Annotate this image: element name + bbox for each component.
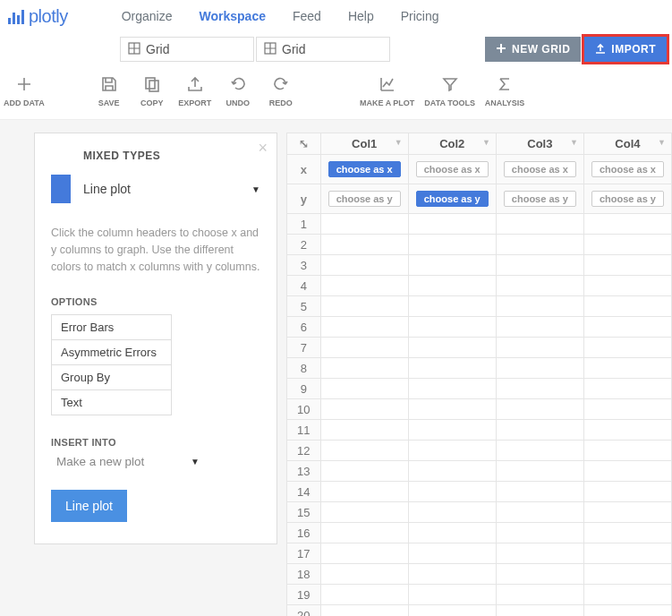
grid-cell[interactable] bbox=[320, 379, 408, 399]
brand-logo[interactable]: plotly bbox=[7, 6, 68, 27]
grid-cell[interactable] bbox=[583, 564, 671, 585]
plot-type-select[interactable]: Line plot ▼ bbox=[51, 175, 260, 203]
grid-cell[interactable] bbox=[496, 543, 583, 564]
grid-cell[interactable] bbox=[583, 317, 671, 338]
grid-cell[interactable] bbox=[496, 461, 583, 482]
grid-cell[interactable] bbox=[320, 276, 408, 296]
grid-cell[interactable] bbox=[583, 255, 671, 276]
nav-workspace[interactable]: Workspace bbox=[200, 9, 266, 23]
grid-cell[interactable] bbox=[496, 564, 583, 585]
data-tools-button[interactable]: DATA TOOLS bbox=[419, 70, 481, 107]
copy-button[interactable]: COPY bbox=[131, 70, 174, 107]
grid-cell[interactable] bbox=[496, 358, 583, 379]
column-header[interactable]: Col2▼ bbox=[408, 133, 496, 155]
grid-cell[interactable] bbox=[320, 338, 408, 358]
option-text[interactable]: Text bbox=[52, 390, 171, 415]
grid-cell[interactable] bbox=[583, 461, 671, 482]
grid-cell[interactable] bbox=[408, 276, 496, 296]
row-number[interactable]: 12 bbox=[287, 441, 321, 461]
row-number[interactable]: 10 bbox=[287, 399, 321, 420]
row-number[interactable]: 16 bbox=[287, 523, 321, 543]
row-number[interactable]: 7 bbox=[287, 338, 321, 358]
new-grid-button[interactable]: NEW GRID bbox=[485, 37, 581, 62]
row-number[interactable]: 15 bbox=[287, 502, 321, 523]
row-number[interactable]: 9 bbox=[287, 379, 321, 399]
row-number[interactable]: 5 bbox=[287, 296, 321, 317]
grid-cell[interactable] bbox=[408, 214, 496, 235]
grid-cell[interactable] bbox=[320, 358, 408, 379]
grid-cell[interactable] bbox=[408, 585, 496, 605]
grid-cell[interactable] bbox=[583, 482, 671, 502]
grid-cell[interactable] bbox=[408, 482, 496, 502]
grid-cell[interactable] bbox=[496, 585, 583, 605]
grid-cell[interactable] bbox=[320, 317, 408, 338]
grid-cell[interactable] bbox=[408, 399, 496, 420]
choose-x-button[interactable]: choose as x bbox=[591, 161, 664, 177]
grid-cell[interactable] bbox=[320, 214, 408, 235]
nav-help[interactable]: Help bbox=[348, 9, 374, 23]
grid-cell[interactable] bbox=[583, 605, 671, 617]
grid-cell[interactable] bbox=[320, 585, 408, 605]
grid-cell[interactable] bbox=[583, 358, 671, 379]
grid-cell[interactable] bbox=[408, 296, 496, 317]
grid-cell[interactable] bbox=[496, 235, 583, 255]
grid-cell[interactable] bbox=[408, 420, 496, 441]
grid-cell[interactable] bbox=[320, 543, 408, 564]
grid-cell[interactable] bbox=[496, 399, 583, 420]
grid-corner[interactable]: ⤡ bbox=[287, 133, 321, 155]
row-number[interactable]: 13 bbox=[287, 461, 321, 482]
choose-x-button[interactable]: choose as x bbox=[504, 161, 576, 177]
grid-cell[interactable] bbox=[496, 482, 583, 502]
grid-cell[interactable] bbox=[320, 482, 408, 502]
grid-cell[interactable] bbox=[408, 523, 496, 543]
grid-cell[interactable] bbox=[496, 523, 583, 543]
grid-cell[interactable] bbox=[583, 214, 671, 235]
insert-into-select[interactable]: Make a new plot ▼ bbox=[56, 455, 200, 468]
grid-cell[interactable] bbox=[496, 317, 583, 338]
grid-cell[interactable] bbox=[583, 379, 671, 399]
add-data-button[interactable]: ADD DATA bbox=[0, 70, 48, 107]
redo-button[interactable]: REDO bbox=[259, 70, 302, 107]
grid-cell[interactable] bbox=[496, 379, 583, 399]
row-number[interactable]: 19 bbox=[287, 585, 321, 605]
grid-cell[interactable] bbox=[408, 255, 496, 276]
choose-y-button[interactable]: choose as y bbox=[591, 191, 664, 207]
grid-cell[interactable] bbox=[496, 276, 583, 296]
grid-cell[interactable] bbox=[320, 461, 408, 482]
nav-pricing[interactable]: Pricing bbox=[401, 9, 439, 23]
row-number[interactable]: 8 bbox=[287, 358, 321, 379]
row-number[interactable]: 3 bbox=[287, 255, 321, 276]
nav-feed[interactable]: Feed bbox=[293, 9, 321, 23]
grid-cell[interactable] bbox=[583, 235, 671, 255]
grid-cell[interactable] bbox=[583, 338, 671, 358]
grid-cell[interactable] bbox=[408, 441, 496, 461]
choose-y-button[interactable]: choose as y bbox=[416, 191, 489, 207]
row-number[interactable]: 4 bbox=[287, 276, 321, 296]
row-number[interactable]: 1 bbox=[287, 214, 321, 235]
grid-cell[interactable] bbox=[583, 502, 671, 523]
grid-cell[interactable] bbox=[583, 399, 671, 420]
analysis-button[interactable]: ANALYSIS bbox=[481, 70, 529, 107]
grid-cell[interactable] bbox=[408, 564, 496, 585]
import-button[interactable]: IMPORT bbox=[584, 37, 667, 62]
grid-cell[interactable] bbox=[408, 358, 496, 379]
undo-button[interactable]: UNDO bbox=[217, 70, 259, 107]
grid-cell[interactable] bbox=[320, 605, 408, 617]
grid-cell[interactable] bbox=[583, 523, 671, 543]
choose-y-button[interactable]: choose as y bbox=[328, 191, 401, 207]
grid-cell[interactable] bbox=[408, 317, 496, 338]
export-button[interactable]: EXPORT bbox=[174, 70, 217, 107]
row-number[interactable]: 18 bbox=[287, 564, 321, 585]
save-button[interactable]: SAVE bbox=[88, 70, 131, 107]
workspace-tab[interactable]: Grid bbox=[256, 37, 390, 62]
choose-y-button[interactable]: choose as y bbox=[504, 191, 576, 207]
grid-cell[interactable] bbox=[408, 502, 496, 523]
grid-cell[interactable] bbox=[320, 255, 408, 276]
option-error-bars[interactable]: Error Bars bbox=[52, 315, 171, 340]
column-header[interactable]: Col4▼ bbox=[583, 133, 671, 155]
column-header[interactable]: Col3▼ bbox=[496, 133, 583, 155]
nav-organize[interactable]: Organize bbox=[122, 9, 173, 23]
grid-cell[interactable] bbox=[496, 255, 583, 276]
option-group-by[interactable]: Group By bbox=[52, 365, 171, 390]
choose-x-button[interactable]: choose as x bbox=[328, 161, 401, 177]
